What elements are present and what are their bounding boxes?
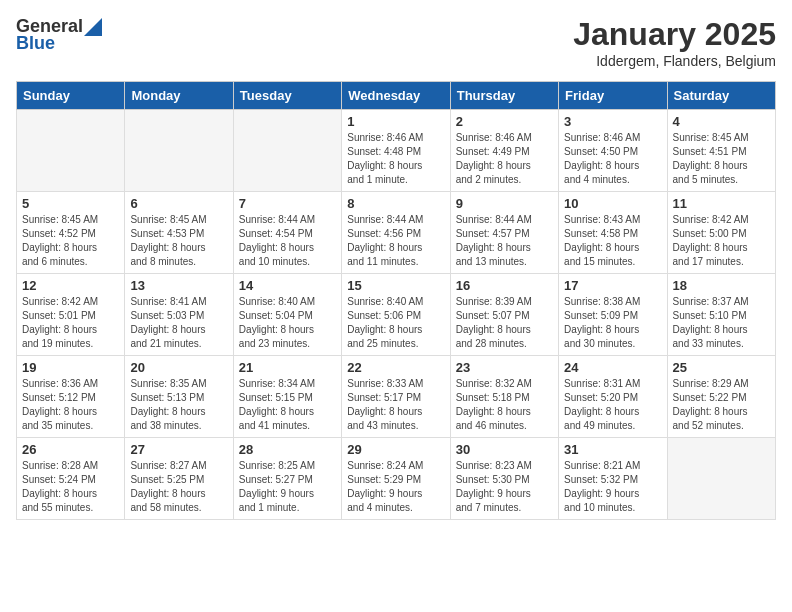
day-number: 14 — [239, 278, 336, 293]
calendar-cell: 14Sunrise: 8:40 AM Sunset: 5:04 PM Dayli… — [233, 274, 341, 356]
day-detail: Sunrise: 8:38 AM Sunset: 5:09 PM Dayligh… — [564, 295, 661, 351]
logo-blue-text: Blue — [16, 33, 55, 54]
day-detail: Sunrise: 8:45 AM Sunset: 4:51 PM Dayligh… — [673, 131, 770, 187]
svg-marker-0 — [84, 18, 102, 36]
calendar-cell — [17, 110, 125, 192]
calendar-cell: 5Sunrise: 8:45 AM Sunset: 4:52 PM Daylig… — [17, 192, 125, 274]
day-detail: Sunrise: 8:25 AM Sunset: 5:27 PM Dayligh… — [239, 459, 336, 515]
day-detail: Sunrise: 8:45 AM Sunset: 4:53 PM Dayligh… — [130, 213, 227, 269]
month-title: January 2025 — [573, 16, 776, 53]
day-number: 16 — [456, 278, 553, 293]
day-number: 27 — [130, 442, 227, 457]
logo: General Blue — [16, 16, 102, 54]
day-number: 3 — [564, 114, 661, 129]
logo-triangle-icon — [84, 18, 102, 36]
calendar-cell — [667, 438, 775, 520]
day-number: 11 — [673, 196, 770, 211]
day-detail: Sunrise: 8:46 AM Sunset: 4:50 PM Dayligh… — [564, 131, 661, 187]
page-header: General Blue January 2025 Iddergem, Flan… — [16, 16, 776, 69]
day-number: 25 — [673, 360, 770, 375]
day-detail: Sunrise: 8:44 AM Sunset: 4:54 PM Dayligh… — [239, 213, 336, 269]
day-detail: Sunrise: 8:46 AM Sunset: 4:49 PM Dayligh… — [456, 131, 553, 187]
day-detail: Sunrise: 8:39 AM Sunset: 5:07 PM Dayligh… — [456, 295, 553, 351]
location-title: Iddergem, Flanders, Belgium — [573, 53, 776, 69]
calendar-cell: 8Sunrise: 8:44 AM Sunset: 4:56 PM Daylig… — [342, 192, 450, 274]
day-detail: Sunrise: 8:33 AM Sunset: 5:17 PM Dayligh… — [347, 377, 444, 433]
day-number: 30 — [456, 442, 553, 457]
calendar-week-row: 26Sunrise: 8:28 AM Sunset: 5:24 PM Dayli… — [17, 438, 776, 520]
calendar-cell: 27Sunrise: 8:27 AM Sunset: 5:25 PM Dayli… — [125, 438, 233, 520]
calendar-cell: 3Sunrise: 8:46 AM Sunset: 4:50 PM Daylig… — [559, 110, 667, 192]
day-number: 28 — [239, 442, 336, 457]
day-number: 26 — [22, 442, 119, 457]
day-number: 21 — [239, 360, 336, 375]
day-number: 17 — [564, 278, 661, 293]
day-detail: Sunrise: 8:32 AM Sunset: 5:18 PM Dayligh… — [456, 377, 553, 433]
calendar-cell: 28Sunrise: 8:25 AM Sunset: 5:27 PM Dayli… — [233, 438, 341, 520]
day-detail: Sunrise: 8:36 AM Sunset: 5:12 PM Dayligh… — [22, 377, 119, 433]
day-detail: Sunrise: 8:46 AM Sunset: 4:48 PM Dayligh… — [347, 131, 444, 187]
day-number: 22 — [347, 360, 444, 375]
calendar-cell: 23Sunrise: 8:32 AM Sunset: 5:18 PM Dayli… — [450, 356, 558, 438]
calendar-cell: 30Sunrise: 8:23 AM Sunset: 5:30 PM Dayli… — [450, 438, 558, 520]
day-number: 31 — [564, 442, 661, 457]
calendar-week-row: 19Sunrise: 8:36 AM Sunset: 5:12 PM Dayli… — [17, 356, 776, 438]
calendar-cell: 22Sunrise: 8:33 AM Sunset: 5:17 PM Dayli… — [342, 356, 450, 438]
day-number: 7 — [239, 196, 336, 211]
calendar-cell: 29Sunrise: 8:24 AM Sunset: 5:29 PM Dayli… — [342, 438, 450, 520]
calendar-cell: 24Sunrise: 8:31 AM Sunset: 5:20 PM Dayli… — [559, 356, 667, 438]
calendar-cell: 4Sunrise: 8:45 AM Sunset: 4:51 PM Daylig… — [667, 110, 775, 192]
day-number: 18 — [673, 278, 770, 293]
calendar-cell: 1Sunrise: 8:46 AM Sunset: 4:48 PM Daylig… — [342, 110, 450, 192]
day-detail: Sunrise: 8:28 AM Sunset: 5:24 PM Dayligh… — [22, 459, 119, 515]
weekday-header-thursday: Thursday — [450, 82, 558, 110]
calendar-cell: 31Sunrise: 8:21 AM Sunset: 5:32 PM Dayli… — [559, 438, 667, 520]
day-detail: Sunrise: 8:45 AM Sunset: 4:52 PM Dayligh… — [22, 213, 119, 269]
day-detail: Sunrise: 8:23 AM Sunset: 5:30 PM Dayligh… — [456, 459, 553, 515]
day-detail: Sunrise: 8:44 AM Sunset: 4:57 PM Dayligh… — [456, 213, 553, 269]
day-detail: Sunrise: 8:31 AM Sunset: 5:20 PM Dayligh… — [564, 377, 661, 433]
weekday-header-friday: Friday — [559, 82, 667, 110]
calendar-cell: 11Sunrise: 8:42 AM Sunset: 5:00 PM Dayli… — [667, 192, 775, 274]
calendar-cell: 7Sunrise: 8:44 AM Sunset: 4:54 PM Daylig… — [233, 192, 341, 274]
calendar-cell: 16Sunrise: 8:39 AM Sunset: 5:07 PM Dayli… — [450, 274, 558, 356]
day-number: 15 — [347, 278, 444, 293]
day-number: 19 — [22, 360, 119, 375]
calendar-week-row: 5Sunrise: 8:45 AM Sunset: 4:52 PM Daylig… — [17, 192, 776, 274]
calendar-cell: 26Sunrise: 8:28 AM Sunset: 5:24 PM Dayli… — [17, 438, 125, 520]
calendar-week-row: 1Sunrise: 8:46 AM Sunset: 4:48 PM Daylig… — [17, 110, 776, 192]
day-number: 2 — [456, 114, 553, 129]
day-number: 6 — [130, 196, 227, 211]
calendar-cell: 18Sunrise: 8:37 AM Sunset: 5:10 PM Dayli… — [667, 274, 775, 356]
weekday-header-saturday: Saturday — [667, 82, 775, 110]
calendar-cell: 19Sunrise: 8:36 AM Sunset: 5:12 PM Dayli… — [17, 356, 125, 438]
day-detail: Sunrise: 8:34 AM Sunset: 5:15 PM Dayligh… — [239, 377, 336, 433]
weekday-header-monday: Monday — [125, 82, 233, 110]
weekday-header-wednesday: Wednesday — [342, 82, 450, 110]
calendar-table: SundayMondayTuesdayWednesdayThursdayFrid… — [16, 81, 776, 520]
calendar-cell: 2Sunrise: 8:46 AM Sunset: 4:49 PM Daylig… — [450, 110, 558, 192]
day-detail: Sunrise: 8:27 AM Sunset: 5:25 PM Dayligh… — [130, 459, 227, 515]
day-detail: Sunrise: 8:40 AM Sunset: 5:06 PM Dayligh… — [347, 295, 444, 351]
day-detail: Sunrise: 8:21 AM Sunset: 5:32 PM Dayligh… — [564, 459, 661, 515]
calendar-cell: 25Sunrise: 8:29 AM Sunset: 5:22 PM Dayli… — [667, 356, 775, 438]
day-detail: Sunrise: 8:42 AM Sunset: 5:00 PM Dayligh… — [673, 213, 770, 269]
day-detail: Sunrise: 8:40 AM Sunset: 5:04 PM Dayligh… — [239, 295, 336, 351]
calendar-week-row: 12Sunrise: 8:42 AM Sunset: 5:01 PM Dayli… — [17, 274, 776, 356]
title-area: January 2025 Iddergem, Flanders, Belgium — [573, 16, 776, 69]
day-number: 20 — [130, 360, 227, 375]
day-number: 29 — [347, 442, 444, 457]
day-number: 5 — [22, 196, 119, 211]
day-number: 1 — [347, 114, 444, 129]
calendar-cell: 6Sunrise: 8:45 AM Sunset: 4:53 PM Daylig… — [125, 192, 233, 274]
day-number: 13 — [130, 278, 227, 293]
weekday-header-sunday: Sunday — [17, 82, 125, 110]
calendar-cell: 17Sunrise: 8:38 AM Sunset: 5:09 PM Dayli… — [559, 274, 667, 356]
calendar-cell: 13Sunrise: 8:41 AM Sunset: 5:03 PM Dayli… — [125, 274, 233, 356]
calendar-cell: 10Sunrise: 8:43 AM Sunset: 4:58 PM Dayli… — [559, 192, 667, 274]
day-detail: Sunrise: 8:43 AM Sunset: 4:58 PM Dayligh… — [564, 213, 661, 269]
day-detail: Sunrise: 8:29 AM Sunset: 5:22 PM Dayligh… — [673, 377, 770, 433]
day-number: 12 — [22, 278, 119, 293]
day-detail: Sunrise: 8:24 AM Sunset: 5:29 PM Dayligh… — [347, 459, 444, 515]
day-number: 23 — [456, 360, 553, 375]
